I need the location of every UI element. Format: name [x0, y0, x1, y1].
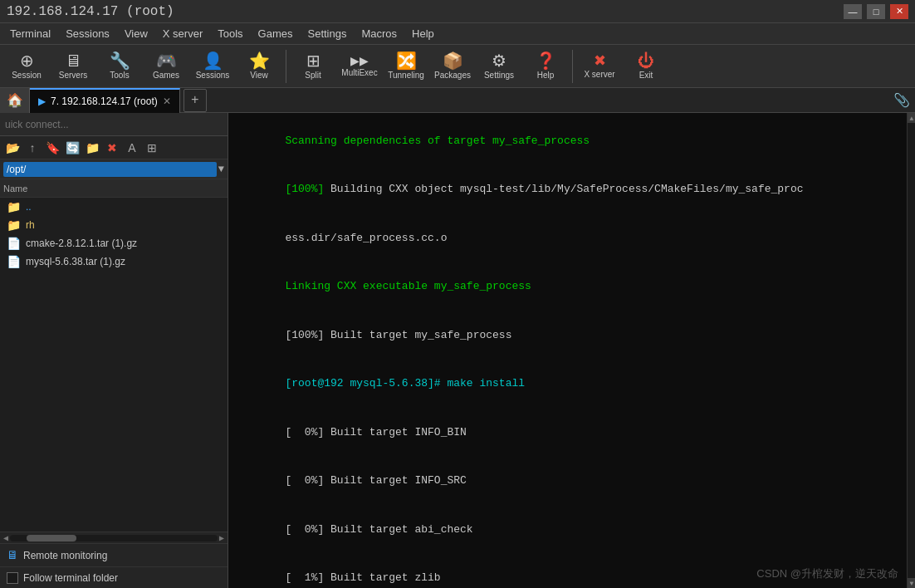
- toolbar-settings-button[interactable]: ⚙ Settings: [477, 47, 521, 86]
- fb-folder-icon[interactable]: 📂: [3, 139, 22, 157]
- hscroll-thumb[interactable]: [27, 535, 76, 541]
- follow-terminal-bar: Follow terminal folder: [0, 566, 228, 588]
- sessions-icon: 👤: [203, 52, 223, 69]
- toolbar-multiexec-label: MultiExec: [341, 68, 377, 77]
- paperclip-icon[interactable]: 📎: [893, 92, 910, 109]
- maximize-button[interactable]: □: [867, 4, 885, 19]
- toolbar-exit-button[interactable]: ⏻ Exit: [624, 47, 668, 86]
- titlebar-controls: — □ ✕: [844, 4, 908, 19]
- scroll-up-arrow[interactable]: ▲: [908, 113, 915, 123]
- menu-games[interactable]: Games: [252, 26, 300, 42]
- toolbar-settings-label: Settings: [484, 71, 514, 80]
- list-item[interactable]: 📁 ..: [0, 198, 228, 216]
- tab-1-label: 7. 192.168.124.17 (root): [51, 96, 158, 107]
- toolbar-tunneling-button[interactable]: 🔀 Tunneling: [384, 47, 428, 86]
- titlebar-title: 192.168.124.17 (root): [7, 4, 174, 19]
- horizontal-scrollbar[interactable]: ◀ ▶: [0, 532, 228, 543]
- main-area: 📂 ↑ 🔖 🔄 📁 ✖ A ⊞ ▼ Name 📁 .. 📁 rh: [0, 113, 915, 588]
- menu-view[interactable]: View: [118, 26, 154, 42]
- home-tab[interactable]: 🏠: [0, 88, 30, 113]
- menu-sessions[interactable]: Sessions: [59, 26, 116, 42]
- toolbar-xserver-button[interactable]: ✖ X server: [578, 47, 621, 86]
- file-item-name: cmake-2.8.12.1.tar (1).gz: [26, 238, 137, 249]
- scroll-right-arrow[interactable]: ▶: [218, 533, 226, 543]
- fb-delete-icon[interactable]: ✖: [103, 139, 121, 157]
- list-item[interactable]: 📄 mysql-5.6.38.tar (1).gz: [0, 252, 228, 271]
- terminal-line: [100%] Building CXX object mysql-test/li…: [233, 165, 902, 214]
- terminal[interactable]: Scanning dependencies of target my_safe_…: [228, 113, 907, 588]
- toolbar-packages-button[interactable]: 📦 Packages: [431, 47, 474, 86]
- path-input[interactable]: [3, 162, 217, 177]
- tab-1[interactable]: ▶ 7. 192.168.124.17 (root) ✕: [30, 88, 180, 113]
- xserver-icon: ✖: [594, 53, 606, 68]
- menu-help[interactable]: Help: [405, 26, 441, 42]
- multiexec-icon: ▶▶: [350, 55, 369, 66]
- toolbar-tunneling-label: Tunneling: [388, 71, 424, 80]
- file-list-header: Name: [0, 179, 228, 198]
- follow-terminal-checkbox[interactable]: [7, 572, 18, 584]
- menu-xserver[interactable]: X server: [156, 26, 209, 42]
- menu-terminal[interactable]: Terminal: [3, 26, 57, 42]
- toolbar-separator2: [572, 50, 573, 83]
- hscroll-track[interactable]: [10, 535, 218, 541]
- path-bar: ▼: [0, 159, 228, 179]
- tab-1-close[interactable]: ✕: [163, 96, 171, 107]
- quick-connect-input[interactable]: [5, 119, 223, 130]
- games-icon: 🎮: [156, 52, 177, 69]
- file-item-name: ..: [26, 201, 32, 213]
- toolbar-help-button[interactable]: ❓ Help: [524, 47, 567, 86]
- tab-add-button[interactable]: +: [183, 89, 207, 112]
- toolbar-separator: [286, 50, 286, 83]
- file-icon: 📄: [7, 237, 21, 250]
- toolbar-games-button[interactable]: 🎮 Games: [144, 47, 188, 86]
- toolbar-sessions-button[interactable]: 👤 Sessions: [191, 47, 234, 86]
- view-icon: ⭐: [249, 52, 270, 69]
- file-icon: 📄: [7, 255, 21, 268]
- toolbar-view-button[interactable]: ⭐ View: [237, 47, 281, 86]
- terminal-line: [100%] Built target my_safe_process: [233, 311, 902, 360]
- exit-icon: ⏻: [638, 52, 654, 69]
- terminal-line: [ 0%] Built target INFO_SRC: [233, 457, 902, 506]
- minimize-button[interactable]: —: [844, 4, 862, 19]
- fb-new-folder-icon[interactable]: 📁: [83, 139, 101, 157]
- path-dropdown-icon[interactable]: ▼: [218, 164, 224, 175]
- fb-text-icon[interactable]: A: [123, 139, 141, 157]
- list-item[interactable]: 📄 cmake-2.8.12.1.tar (1).gz: [0, 234, 228, 252]
- file-list[interactable]: 📁 .. 📁 rh 📄 cmake-2.8.12.1.tar (1).gz 📄 …: [0, 198, 228, 532]
- terminal-line: [ 0%] Built target abi_check: [233, 505, 902, 554]
- fb-up-icon[interactable]: ↑: [23, 139, 42, 157]
- scroll-down-arrow[interactable]: ▼: [908, 578, 915, 588]
- toolbar-sessions-label: Sessions: [196, 71, 230, 80]
- toolbar-view-label: View: [250, 71, 268, 80]
- menu-tools[interactable]: Tools: [211, 26, 249, 42]
- folder-up-icon: 📁: [7, 200, 21, 213]
- toolbar-xserver-label: X server: [584, 70, 614, 79]
- toolbar-session-button[interactable]: ⊕ Session: [5, 47, 48, 86]
- vertical-scrollbar[interactable]: ▲ ▼: [907, 113, 915, 588]
- menu-settings[interactable]: Settings: [301, 26, 354, 42]
- toolbar-multiexec-button[interactable]: ▶▶ MultiExec: [338, 47, 381, 86]
- toolbar-tools-label: Tools: [110, 71, 129, 80]
- session-icon: ⊕: [20, 52, 34, 69]
- toolbar-help-label: Help: [537, 71, 555, 80]
- list-item[interactable]: 📁 rh: [0, 216, 228, 234]
- servers-icon: 🖥: [65, 52, 81, 69]
- terminal-wrapper: Scanning dependencies of target my_safe_…: [228, 113, 915, 588]
- close-button[interactable]: ✕: [890, 4, 908, 19]
- vscroll-track[interactable]: [908, 123, 915, 578]
- menu-macros[interactable]: Macros: [355, 26, 404, 42]
- toolbar-tools-button[interactable]: 🔧 Tools: [98, 47, 141, 86]
- terminal-line: Scanning dependencies of target my_safe_…: [233, 116, 902, 165]
- toolbar-split-button[interactable]: ⊞ Split: [291, 47, 335, 86]
- scroll-left-arrow[interactable]: ◀: [2, 533, 10, 543]
- toolbar-servers-button[interactable]: 🖥 Servers: [51, 47, 95, 86]
- split-icon: ⊞: [306, 52, 320, 69]
- menubar: Terminal Sessions View X server Tools Ga…: [0, 23, 915, 45]
- remote-monitoring-button[interactable]: 🖥 Remote monitoring: [0, 543, 228, 566]
- remote-monitoring-label: Remote monitoring: [23, 550, 107, 561]
- quick-connect-bar: [0, 113, 228, 136]
- fb-grid-icon[interactable]: ⊞: [143, 139, 161, 157]
- name-column-header: Name: [3, 184, 27, 194]
- fb-bookmark-icon[interactable]: 🔖: [43, 139, 61, 157]
- fb-refresh-icon[interactable]: 🔄: [63, 139, 81, 157]
